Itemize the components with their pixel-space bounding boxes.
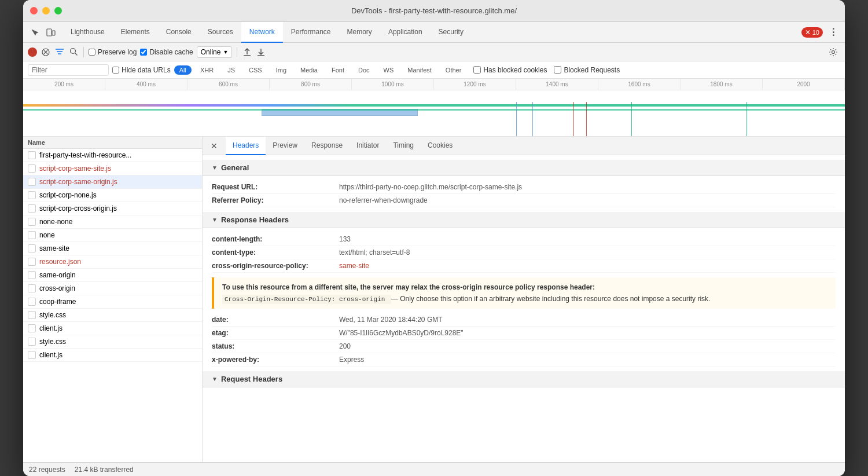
tab-headers[interactable]: Headers [226, 137, 266, 155]
export-har-icon[interactable] [256, 47, 266, 57]
timeline-area: 200 ms 400 ms 600 ms 800 ms 1000 ms 1200… [23, 79, 845, 137]
tab-lighthouse[interactable]: Lighthouse [62, 22, 113, 43]
maximize-button[interactable] [54, 7, 62, 14]
tab-cookies[interactable]: Cookies [421, 137, 459, 155]
list-item[interactable]: cross-origin [23, 282, 202, 295]
file-checkbox[interactable] [28, 338, 36, 346]
close-button[interactable] [30, 7, 38, 14]
file-checkbox[interactable] [28, 271, 36, 279]
list-item[interactable]: client.js [23, 349, 202, 362]
general-section-header[interactable]: ▼ General [203, 160, 845, 176]
file-checkbox[interactable] [28, 258, 36, 266]
filter-other-button[interactable]: Other [440, 65, 467, 75]
list-item[interactable]: same-origin [23, 269, 202, 282]
tab-response[interactable]: Response [304, 137, 350, 155]
error-badge[interactable]: ✕ 10 [801, 27, 823, 38]
list-item[interactable]: style.css [23, 335, 202, 349]
has-blocked-cookies-checkbox[interactable] [473, 66, 481, 74]
import-har-icon[interactable] [242, 47, 252, 57]
file-checkbox[interactable] [28, 244, 36, 252]
preserve-log-checkbox[interactable] [89, 49, 95, 56]
hide-data-urls-label[interactable]: Hide data URLs [112, 66, 171, 74]
list-item[interactable]: first-party-test-with-resource... [23, 149, 202, 162]
close-detail-button[interactable]: ✕ [207, 139, 221, 153]
preserve-log-label[interactable]: Preserve log [89, 48, 137, 56]
blocked-requests-checkbox[interactable] [554, 66, 561, 74]
list-item[interactable]: script-corp-none.js [23, 189, 202, 202]
network-toolbar: Preserve log Disable cache Online ▼ [23, 43, 845, 61]
file-checkbox[interactable] [28, 351, 36, 359]
list-item[interactable]: client.js [23, 322, 202, 335]
list-item[interactable]: script-corp-same-site.js [23, 162, 202, 175]
disable-cache-checkbox[interactable] [140, 49, 147, 56]
device-toggle-icon[interactable] [44, 25, 58, 39]
request-headers-section-header[interactable]: ▼ Request Headers [203, 371, 845, 387]
list-item[interactable]: coop-iframe [23, 295, 202, 309]
tab-application[interactable]: Application [380, 22, 431, 43]
clear-button[interactable] [41, 47, 51, 57]
detail-row-content-length: content-length: 133 [212, 233, 836, 246]
file-checkbox[interactable] [28, 231, 36, 239]
filter-doc-button[interactable]: Doc [353, 65, 375, 75]
tab-memory[interactable]: Memory [339, 22, 380, 43]
filter-icon[interactable] [54, 47, 65, 57]
filter-img-button[interactable]: Img [271, 65, 292, 75]
file-checkbox[interactable] [28, 284, 36, 292]
file-checkbox[interactable] [28, 324, 36, 332]
top-tab-bar: Lighthouse Elements Console Sources Netw… [23, 22, 845, 43]
disable-cache-label[interactable]: Disable cache [140, 48, 193, 56]
hide-data-urls-checkbox[interactable] [112, 67, 119, 74]
search-icon[interactable] [68, 47, 79, 57]
filter-ws-button[interactable]: WS [378, 65, 399, 75]
tab-network[interactable]: Network [241, 22, 283, 43]
file-name: client.js [39, 324, 197, 332]
filter-media-button[interactable]: Media [295, 65, 323, 75]
cursor-icon[interactable] [28, 25, 42, 39]
settings-gear-icon[interactable] [826, 45, 840, 59]
blocked-requests-label[interactable]: Blocked Requests [554, 66, 620, 74]
filter-font-button[interactable]: Font [326, 65, 350, 75]
filter-input[interactable] [28, 64, 109, 76]
file-checkbox[interactable] [28, 151, 36, 159]
status-bar: 22 requests 21.4 kB transferred [23, 462, 845, 476]
list-item[interactable]: style.css [23, 309, 202, 322]
file-checkbox[interactable] [28, 311, 36, 319]
file-checkbox[interactable] [28, 164, 36, 173]
list-item[interactable]: same-site [23, 242, 202, 255]
filter-js-button[interactable]: JS [222, 65, 240, 75]
tab-elements[interactable]: Elements [113, 22, 158, 43]
list-item[interactable]: none-none [23, 215, 202, 229]
file-name: none-none [39, 218, 197, 226]
tab-preview[interactable]: Preview [266, 137, 304, 155]
tab-sources[interactable]: Sources [200, 22, 241, 43]
request-count: 22 requests [29, 466, 65, 474]
devtools-menu-icon[interactable]: ⋮ [826, 25, 840, 39]
file-checkbox[interactable] [28, 298, 36, 306]
file-checkbox[interactable] [28, 178, 36, 186]
filter-xhr-button[interactable]: XHR [195, 65, 219, 75]
svg-rect-1 [52, 31, 55, 35]
has-blocked-cookies-label[interactable]: Has blocked cookies [473, 66, 547, 74]
file-name: style.css [39, 311, 197, 319]
tab-security[interactable]: Security [431, 22, 472, 43]
minimize-button[interactable] [42, 7, 50, 14]
network-throttle-select[interactable]: Online ▼ [197, 46, 233, 58]
filter-all-button[interactable]: All [174, 65, 192, 75]
record-button[interactable] [28, 47, 37, 57]
tab-initiator[interactable]: Initiator [350, 137, 386, 155]
file-checkbox[interactable] [28, 191, 36, 199]
response-headers-section-header[interactable]: ▼ Response Headers [203, 212, 845, 228]
list-item[interactable]: none [23, 229, 202, 242]
detail-tabs: ✕ Headers Preview Response Initiator Tim… [203, 137, 845, 155]
tab-timing[interactable]: Timing [386, 137, 421, 155]
list-item[interactable]: resource.json [23, 255, 202, 269]
tab-performance[interactable]: Performance [283, 22, 339, 43]
file-checkbox[interactable] [28, 218, 36, 226]
list-item[interactable]: script-corp-same-origin.js [23, 175, 202, 189]
file-checkbox[interactable] [28, 204, 36, 213]
list-item[interactable]: script-corp-cross-origin.js [23, 202, 202, 215]
file-list-header: Name [23, 137, 202, 149]
filter-manifest-button[interactable]: Manifest [402, 65, 437, 75]
filter-css-button[interactable]: CSS [244, 65, 267, 75]
tab-console[interactable]: Console [158, 22, 200, 43]
